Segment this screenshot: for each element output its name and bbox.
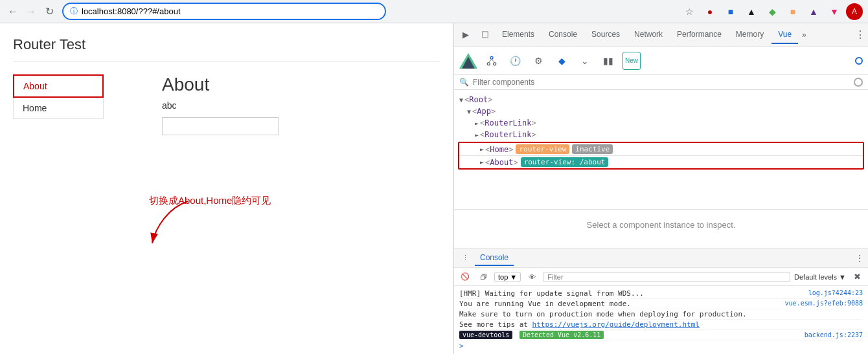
tree-app[interactable]: ▼ <App> — [457, 105, 865, 117]
tab-vue[interactable]: Vue — [771, 26, 798, 44]
vue-chart-btn[interactable]: ▮▮ — [599, 52, 617, 70]
devtools-inspect-button[interactable]: ▶ — [457, 26, 475, 44]
tree-root[interactable]: ▼ <Root> — [457, 94, 865, 105]
triangle-home: ► — [480, 146, 484, 153]
forward-button[interactable]: → — [23, 4, 39, 19]
triangle-rl1: ► — [475, 120, 479, 127]
filter-circle — [854, 78, 863, 87]
hmr-link[interactable]: log.js?4244:23 — [808, 289, 863, 298]
tab-elements[interactable]: Elements — [496, 26, 541, 44]
tree-routerlink2[interactable]: ► <RouterLink> — [457, 129, 865, 140]
tree-about[interactable]: ► <About> router-view: /about — [459, 155, 863, 168]
tree-home[interactable]: ► <Home> router-view inactive — [459, 143, 863, 155]
nav-links: About Home — [13, 74, 104, 119]
about-heading: About — [162, 74, 279, 95]
default-levels[interactable]: Default levels ▼ — [794, 273, 846, 281]
annotation-area: 切换成About,Home隐约可见 — [149, 195, 227, 249]
svg-point-3 — [490, 56, 493, 59]
console-filter-input[interactable] — [543, 272, 790, 282]
tips-text: See more tips at https://vuejs.org/guide… — [459, 320, 700, 329]
vue-dev-link[interactable]: vue.esm.js?efeb:9088 — [785, 300, 863, 308]
page-content: Router Test About Home About abc — [0, 23, 453, 354]
devtools-tab-bar: ▶ ☐ Elements Console Sources Network Per… — [454, 23, 868, 47]
inactive-badge: inactive — [572, 144, 613, 154]
context-select[interactable]: top ▼ — [494, 272, 521, 282]
bookmark-button[interactable]: ☆ — [680, 3, 698, 21]
devtools-more[interactable]: » — [802, 30, 806, 39]
ext7-button[interactable]: ▼ — [825, 3, 843, 21]
inspect-area: Select a component instance to inspect. — [454, 209, 868, 248]
vue-circle-indicator — [855, 57, 863, 65]
vue-new-btn[interactable]: New — [622, 52, 641, 70]
ext1-button[interactable]: ● — [701, 3, 719, 21]
tab-sources[interactable]: Sources — [585, 26, 626, 44]
vue-component-view-btn[interactable] — [483, 52, 501, 70]
back-button[interactable]: ← — [5, 4, 21, 19]
console-eye-btn[interactable]: 👁 — [525, 270, 539, 284]
ext3-button[interactable]: ▲ — [742, 3, 760, 21]
tree-routerlink1[interactable]: ► <RouterLink> — [457, 117, 865, 129]
console-msg-hmr: [HMR] Waiting for update signal from WDS… — [459, 289, 863, 299]
router-view-about-badge: router-view: /about — [521, 157, 609, 167]
url-input[interactable] — [82, 6, 378, 16]
triangle-rl2: ► — [475, 131, 479, 138]
filter-bar: 🔍 — [454, 75, 868, 90]
about-text: abc — [162, 100, 279, 111]
inspect-text: Select a component instance to inspect. — [587, 220, 736, 230]
vue-settings-btn[interactable]: ⚙ — [529, 52, 547, 70]
console-filter-toggle[interactable]: 🗇 — [476, 270, 490, 284]
router-view-badge: router-view — [516, 144, 569, 154]
triangle-app: ▼ — [467, 108, 471, 115]
badge-area: vue-devtools Detected Vue v2.6.11 — [459, 331, 604, 339]
console-messages: [HMR] Waiting for update signal from WDS… — [454, 286, 868, 354]
annotation-text: 切换成About,Home隐约可见 — [149, 195, 271, 207]
filter-input[interactable] — [473, 78, 850, 87]
vue-history-btn[interactable]: 🕐 — [506, 52, 524, 70]
svg-line-6 — [488, 59, 492, 62]
console-x-btn[interactable]: ✖ — [850, 270, 864, 284]
about-input[interactable] — [162, 117, 279, 135]
devtools-panel: ▶ ☐ Elements Console Sources Network Per… — [453, 23, 868, 354]
console-icon-btn[interactable]: ⋮ — [458, 251, 472, 265]
info-icon: ⓘ — [70, 6, 78, 17]
reload-button[interactable]: ↻ — [41, 4, 57, 19]
console-clear-btn[interactable]: 🚫 — [458, 270, 472, 284]
backend-link[interactable]: backend.js:2237 — [805, 331, 863, 338]
tab-network[interactable]: Network — [628, 26, 669, 44]
tab-console[interactable]: Console — [542, 26, 584, 44]
devtools-device-button[interactable]: ☐ — [476, 26, 494, 44]
home-nav-link[interactable]: Home — [13, 98, 104, 119]
ext5-button[interactable]: ■ — [784, 3, 802, 21]
user-button[interactable]: A — [846, 3, 863, 20]
about-nav-link[interactable]: About — [13, 74, 104, 98]
address-bar[interactable]: ⓘ — [62, 3, 386, 20]
console-expand[interactable]: > — [459, 340, 863, 351]
devtools-menu[interactable]: ⋮ — [855, 28, 865, 41]
svg-line-7 — [492, 59, 495, 62]
tab-performance[interactable]: Performance — [670, 26, 728, 44]
svg-point-5 — [494, 62, 496, 65]
default-levels-label: Default levels — [794, 273, 837, 281]
tips-link[interactable]: https://vuejs.org/guide/deployment.html — [532, 320, 700, 329]
console-msg-prod: Make sure to turn on production mode whe… — [459, 309, 863, 320]
console-toolbar: 🚫 🗇 top ▼ 👁 Default levels ▼ ✖ — [454, 268, 868, 286]
vue-dev-text: You are running Vue in development mode. — [459, 300, 631, 308]
triangle-root: ▼ — [459, 96, 463, 104]
ext4-button[interactable]: ◆ — [763, 3, 781, 21]
console-tab-bar: ⋮ Console ⋮ — [454, 249, 868, 268]
ext2-button[interactable]: ■ — [722, 3, 740, 21]
nav-buttons: ← → ↻ — [5, 4, 57, 19]
svg-point-4 — [487, 62, 490, 65]
ext6-button[interactable]: ▲ — [805, 3, 823, 21]
triangle-about: ► — [480, 159, 484, 166]
default-levels-chevron: ▼ — [839, 273, 846, 281]
console-dots[interactable]: ⋮ — [855, 253, 864, 263]
home-highlighted-box: ► <Home> router-view inactive ► <About> … — [458, 142, 864, 170]
tab-memory[interactable]: Memory — [729, 26, 770, 44]
vue-router-btn[interactable]: ◆ — [553, 52, 571, 70]
console-msg-badge: vue-devtools Detected Vue v2.6.11 backen… — [459, 330, 863, 340]
vue-chevron-btn[interactable]: ⌄ — [576, 52, 594, 70]
console-tab[interactable]: Console — [475, 250, 514, 266]
detected-badge: Detected Vue v2.6.11 — [520, 331, 604, 339]
page-title: Router Test — [13, 36, 440, 61]
